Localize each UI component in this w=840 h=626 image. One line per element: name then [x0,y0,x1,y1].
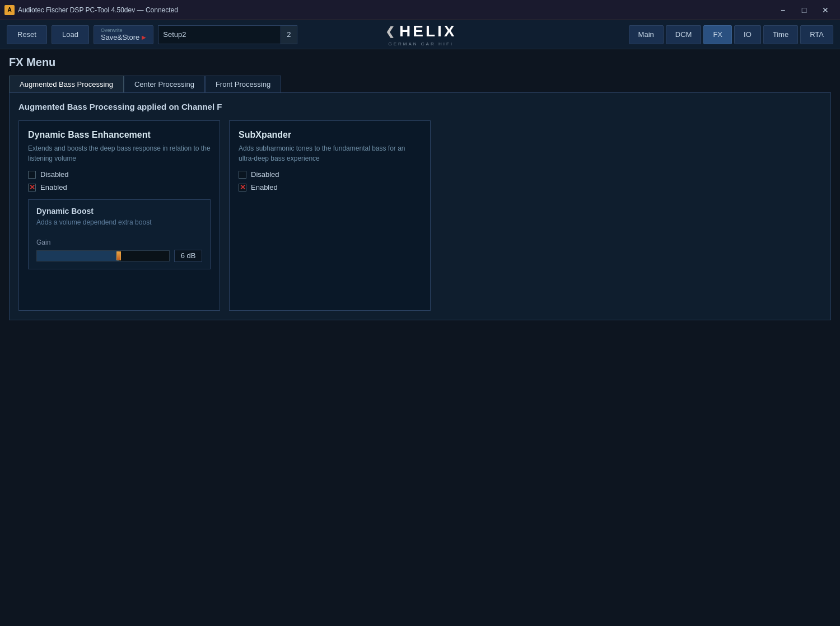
tab-io[interactable]: IO [734,25,761,44]
dynamic-bass-disabled-checkbox[interactable] [28,171,36,179]
dynamic-bass-card: Dynamic Bass Enhancement Extends and boo… [18,120,220,311]
subxpander-title: SubXpander [239,130,421,140]
nav-tabs: Main DCM FX IO Time RTA [629,25,833,44]
sub-tabs: Augmented Bass Processing Center Process… [9,76,831,92]
helix-sub: GERMAN CAR HIFI [389,41,454,46]
tab-time[interactable]: Time [763,25,798,44]
app-icon: A [4,5,15,15]
title-bar: A Audiotec Fischer DSP PC-Tool 4.50dev —… [0,0,840,20]
subxpander-enabled[interactable]: ✕ Enabled [239,183,421,191]
dynamic-bass-options: Disabled ✕ Enabled [28,170,211,191]
dynamic-bass-enabled-checkbox[interactable]: ✕ [28,184,36,191]
subxpander-disabled-label: Disabled [251,170,279,179]
content-panel: Augmented Bass Processing applied on Cha… [9,92,831,320]
setup-name-input[interactable] [158,25,281,44]
slider-thumb[interactable] [116,251,121,260]
save-store-button[interactable]: Overwrite Save&Store ▶ [94,25,153,44]
page-title: FX Menu [9,56,831,69]
load-button[interactable]: Load [52,25,89,44]
helix-brand: ❮ HELIX [385,22,456,40]
tab-dcm[interactable]: DCM [666,25,702,44]
tab-fx[interactable]: FX [703,25,732,44]
dynamic-bass-description: Extends and boosts the deep bass respons… [28,143,211,163]
dynamic-bass-disabled[interactable]: Disabled [28,170,211,179]
gain-slider-row: 6 dB [36,250,202,262]
helix-chevron-icon: ❮ [385,25,397,38]
close-button[interactable]: ✕ [815,3,836,17]
subxpander-disabled[interactable]: Disabled [239,170,421,179]
setup-number: 2 [281,25,297,44]
window-controls: − □ ✕ [773,3,836,17]
subxpander-enabled-label: Enabled [251,183,278,191]
minimize-button[interactable]: − [773,3,793,17]
dynamic-bass-enabled[interactable]: ✕ Enabled [28,183,211,191]
gain-slider[interactable] [36,250,170,261]
gain-value: 6 dB [174,250,202,262]
subxpander-description: Adds subharmonic tones to the fundamenta… [239,143,421,163]
reset-button[interactable]: Reset [7,25,47,44]
maximize-button[interactable]: □ [794,3,814,17]
overwrite-label: Overwrite [101,27,123,33]
gain-label: Gain [36,239,202,246]
window-title: Audiotec Fischer DSP PC-Tool 4.50dev — C… [18,6,178,14]
dynamic-bass-title: Dynamic Bass Enhancement [28,130,211,140]
dynamic-bass-enabled-label: Enabled [40,183,67,191]
subxpander-disabled-checkbox[interactable] [239,171,246,179]
tab-rta[interactable]: RTA [800,25,833,44]
red-arrow-icon: ▶ [142,34,146,40]
subxpander-card: SubXpander Adds subharmonic tones to the… [229,120,431,311]
tab-main[interactable]: Main [629,25,664,44]
title-bar-left: A Audiotec Fischer DSP PC-Tool 4.50dev —… [4,5,178,15]
subxpander-options: Disabled ✕ Enabled [239,170,421,191]
sub-tab-front[interactable]: Front Processing [205,76,281,92]
setup-input-group: 2 [158,25,297,44]
toolbar: Reset Load Overwrite Save&Store ▶ 2 ❮ HE… [0,20,840,49]
sub-tab-augmented-bass[interactable]: Augmented Bass Processing [9,76,124,92]
dynamic-boost-description: Adds a volume dependend extra boost [36,218,202,227]
dynamic-boost-title: Dynamic Boost [36,207,202,216]
dynamic-bass-disabled-label: Disabled [40,170,69,179]
helix-logo: ❮ HELIX GERMAN CAR HIFI [385,22,456,46]
save-store-group: Overwrite Save&Store ▶ [94,25,153,44]
subxpander-enabled-checkbox[interactable]: ✕ [239,184,246,191]
slider-fill [37,251,119,261]
cards-row: Dynamic Bass Enhancement Extends and boo… [18,120,822,311]
dynamic-boost-card: Dynamic Boost Adds a volume dependend ex… [28,199,211,269]
main-content: FX Menu Augmented Bass Processing Center… [0,49,840,327]
channel-heading: Augmented Bass Processing applied on Cha… [18,102,822,111]
sub-tab-center[interactable]: Center Processing [124,76,205,92]
save-store-label: Save&Store ▶ [101,33,146,41]
